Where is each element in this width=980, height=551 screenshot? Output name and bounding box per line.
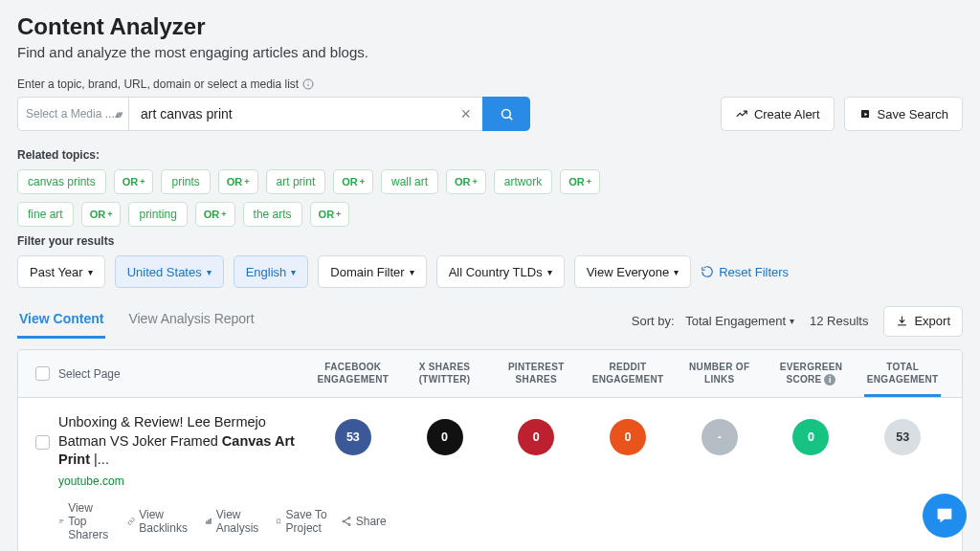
- metric-links: -: [702, 419, 738, 455]
- filter-label: Filter your results: [17, 234, 963, 248]
- svg-point-14: [348, 523, 350, 525]
- svg-line-4: [509, 117, 512, 120]
- svg-rect-10: [208, 519, 209, 523]
- add-or-chip[interactable]: OR+: [81, 202, 122, 227]
- table-header: Select Page FACEBOOK ENGAGEMENT X SHARES…: [18, 350, 962, 398]
- add-or-chip[interactable]: OR+: [114, 169, 154, 194]
- save-to-project[interactable]: Save To Project: [276, 501, 326, 541]
- results-table: Select Page FACEBOOK ENGAGEMENT X SHARES…: [17, 349, 963, 551]
- related-label: Related topics:: [17, 148, 963, 162]
- filter-english[interactable]: English▾: [234, 255, 309, 288]
- metric-x: 0: [427, 419, 463, 455]
- select-page-label: Select Page: [58, 367, 307, 381]
- chat-launcher[interactable]: [923, 494, 967, 538]
- result-domain[interactable]: youtube.com: [58, 474, 124, 488]
- select-all-checkbox[interactable]: [35, 366, 50, 381]
- svg-line-16: [345, 521, 348, 524]
- chat-icon: [934, 505, 955, 526]
- search-icon: [500, 107, 514, 121]
- search-input[interactable]: [139, 105, 458, 122]
- info-icon[interactable]: i: [824, 374, 835, 386]
- add-or-chip[interactable]: OR+: [218, 169, 258, 194]
- info-icon: [302, 78, 314, 90]
- svg-point-7: [60, 519, 62, 521]
- col-evergreen[interactable]: EVERGREEN SCOREi: [766, 362, 858, 386]
- related-topic-chip[interactable]: the arts: [243, 202, 302, 227]
- svg-rect-11: [210, 518, 211, 523]
- filter-domain-filter[interactable]: Domain Filter▾: [318, 255, 426, 288]
- result-title[interactable]: Unboxing & Review! Lee Bermejo Batman VS…: [58, 413, 298, 470]
- chevron-down-icon: ▾: [291, 267, 296, 277]
- related-topic-chip[interactable]: canvas prints: [17, 169, 106, 194]
- refresh-icon: [701, 265, 714, 278]
- results-count: 12 Results: [810, 314, 868, 328]
- related-topic-chip[interactable]: art print: [266, 169, 326, 194]
- col-reddit[interactable]: REDDIT ENGAGEMENT: [582, 362, 674, 386]
- chevron-down-icon: ▾: [88, 267, 93, 277]
- svg-point-13: [343, 520, 345, 522]
- chevron-down-icon: ▾: [547, 267, 552, 277]
- col-pinterest[interactable]: PINTEREST SHARES: [490, 362, 582, 386]
- svg-point-2: [308, 82, 309, 83]
- svg-rect-9: [206, 521, 207, 524]
- export-button[interactable]: Export: [883, 306, 963, 337]
- svg-line-15: [345, 518, 348, 521]
- search-button[interactable]: [482, 97, 530, 131]
- related-topic-chip[interactable]: prints: [161, 169, 210, 194]
- metric-evergreen: 0: [792, 419, 829, 455]
- col-facebook[interactable]: FACEBOOK ENGAGEMENT: [307, 362, 399, 386]
- svg-point-3: [501, 109, 510, 118]
- view-top-sharers[interactable]: View Top Sharers: [58, 501, 114, 541]
- metric-total: 53: [884, 419, 921, 455]
- metric-reddit: 0: [610, 419, 646, 455]
- metric-pinterest: 0: [518, 419, 554, 455]
- save-icon: [858, 107, 872, 121]
- add-or-chip[interactable]: OR+: [195, 202, 235, 227]
- filter-all-country-tlds[interactable]: All Country TLDs▾: [436, 255, 565, 288]
- tab-view-analysis[interactable]: View Analysis Report: [126, 303, 256, 339]
- page-subtitle: Find and analyze the most engaging artic…: [17, 44, 963, 60]
- add-or-chip[interactable]: OR+: [560, 169, 600, 194]
- tab-view-content[interactable]: View Content: [17, 303, 105, 339]
- related-topic-chip[interactable]: artwork: [494, 169, 552, 194]
- add-or-chip[interactable]: OR+: [333, 169, 373, 194]
- add-or-chip[interactable]: OR+: [446, 169, 486, 194]
- media-list-select[interactable]: Select a Media ... ▴▾: [17, 97, 128, 131]
- chevron-down-icon: ▾: [790, 316, 794, 326]
- row-checkbox[interactable]: [35, 435, 50, 450]
- filter-united-states[interactable]: United States▾: [115, 255, 224, 288]
- page-title: Content Analyzer: [17, 13, 963, 40]
- filter-view-everyone[interactable]: View Everyone▾: [574, 255, 691, 288]
- col-total[interactable]: TOTAL ENGAGEMENT: [857, 362, 948, 386]
- col-x[interactable]: X SHARES (TWITTER): [399, 362, 491, 386]
- clear-icon[interactable]: ×: [458, 105, 473, 122]
- chevron-down-icon: ▾: [410, 267, 414, 277]
- col-links[interactable]: NUMBER OF LINKS: [674, 362, 766, 386]
- add-or-chip[interactable]: OR+: [310, 202, 350, 227]
- save-search-button[interactable]: Save Search: [844, 97, 963, 131]
- share-result[interactable]: Share: [341, 501, 387, 541]
- view-backlinks[interactable]: View Backlinks: [127, 501, 191, 541]
- filter-past-year[interactable]: Past Year▾: [17, 255, 105, 288]
- svg-point-8: [62, 519, 64, 521]
- alert-icon: [735, 107, 748, 121]
- download-icon: [896, 315, 908, 327]
- view-analysis[interactable]: View Analysis: [205, 501, 263, 541]
- chevron-down-icon: ▾: [674, 267, 679, 277]
- related-topic-chip[interactable]: wall art: [381, 169, 438, 194]
- search-input-wrap: ×: [128, 97, 482, 131]
- sort-select[interactable]: Sort by: Total Engagement ▾: [632, 314, 794, 328]
- svg-point-12: [348, 517, 350, 518]
- related-topic-chip[interactable]: fine art: [17, 202, 74, 227]
- search-label: Enter a topic, brand, URL, domain or sel…: [17, 77, 963, 91]
- reset-filters[interactable]: Reset Filters: [701, 265, 789, 279]
- table-row: Unboxing & Review! Lee Bermejo Batman VS…: [18, 398, 962, 551]
- metric-facebook: 53: [335, 419, 371, 455]
- create-alert-button[interactable]: Create Alert: [721, 97, 835, 131]
- updown-icon: ▴▾: [115, 108, 121, 121]
- related-topic-chip[interactable]: printing: [128, 202, 187, 227]
- chevron-down-icon: ▾: [207, 267, 212, 277]
